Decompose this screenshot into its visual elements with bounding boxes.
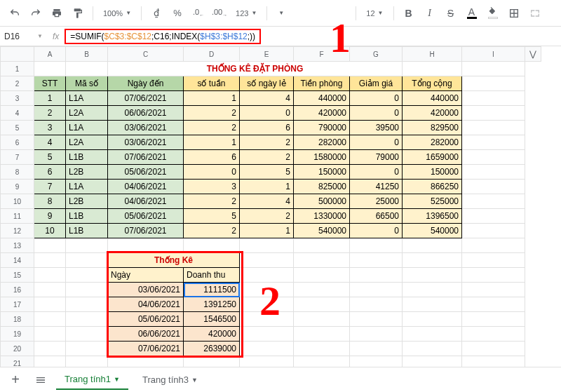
- row-header[interactable]: 3: [1, 91, 34, 106]
- italic-button[interactable]: I: [421, 4, 439, 22]
- cell[interactable]: 07/06/2021: [108, 91, 184, 106]
- cell[interactable]: 282000: [403, 135, 462, 150]
- col-header[interactable]: H: [403, 47, 462, 62]
- cell[interactable]: 0: [184, 165, 240, 180]
- cell[interactable]: 500000: [294, 194, 350, 209]
- tk-cell[interactable]: 07/06/2021: [108, 342, 184, 356]
- cell[interactable]: 1: [184, 91, 240, 106]
- add-sheet-button[interactable]: +: [6, 370, 25, 390]
- cell[interactable]: 41250: [350, 180, 403, 194]
- cell[interactable]: 4: [240, 194, 294, 209]
- selected-cell[interactable]: 1111500: [184, 283, 240, 297]
- format-dropdown[interactable]: 123▼: [231, 4, 261, 22]
- col-header[interactable]: F: [294, 47, 350, 62]
- cell[interactable]: 6: [34, 165, 66, 180]
- cell[interactable]: 2: [240, 150, 294, 165]
- cell[interactable]: 2: [184, 121, 240, 135]
- cell[interactable]: 540000: [403, 224, 462, 238]
- cell[interactable]: 05/06/2021: [108, 209, 184, 224]
- tk-cell[interactable]: 2639000: [184, 342, 240, 356]
- percent-button[interactable]: %: [168, 4, 187, 22]
- tk-title-cell[interactable]: Thống Kê: [108, 253, 240, 268]
- cell[interactable]: 6: [184, 150, 240, 165]
- cell[interactable]: 8: [34, 194, 66, 209]
- header-cell[interactable]: Tổng cộng: [403, 76, 462, 91]
- cell[interactable]: 440000: [403, 91, 462, 106]
- cell[interactable]: 79000: [350, 150, 403, 165]
- row-header[interactable]: 11: [1, 209, 34, 224]
- cell[interactable]: 2: [184, 106, 240, 121]
- cell[interactable]: 9: [34, 209, 66, 224]
- bold-button[interactable]: B: [400, 4, 418, 22]
- cell[interactable]: 0: [350, 135, 403, 150]
- cell[interactable]: L2A: [66, 135, 108, 150]
- font-dropdown[interactable]: ▼: [273, 4, 350, 22]
- row-header[interactable]: 6: [1, 135, 34, 150]
- formula-input[interactable]: =SUMIF($C$3:$C$12;C16;INDEX($H$3:$H$12;)…: [65, 29, 261, 44]
- cell[interactable]: 25000: [350, 194, 403, 209]
- row-header[interactable]: 8: [1, 165, 34, 180]
- row-header[interactable]: 5: [1, 121, 34, 135]
- cell[interactable]: 10: [34, 224, 66, 238]
- cell[interactable]: 440000: [294, 91, 350, 106]
- cell[interactable]: 5: [240, 165, 294, 180]
- cell[interactable]: L1A: [66, 121, 108, 135]
- cell[interactable]: L1A: [66, 180, 108, 194]
- col-header[interactable]: G: [350, 47, 403, 62]
- header-cell[interactable]: Tiền phòng: [294, 76, 350, 91]
- cell[interactable]: 04/06/2021: [108, 180, 184, 194]
- cell[interactable]: L1A: [66, 91, 108, 106]
- row-header[interactable]: 15: [1, 268, 34, 283]
- cell[interactable]: 0: [350, 224, 403, 238]
- cell[interactable]: 420000: [403, 106, 462, 121]
- cell[interactable]: 05/06/2021: [108, 165, 184, 180]
- cell[interactable]: 07/06/2021: [108, 150, 184, 165]
- redo-button[interactable]: [27, 4, 45, 22]
- cell[interactable]: 0: [350, 91, 403, 106]
- cell[interactable]: 1: [184, 135, 240, 150]
- row-header[interactable]: 17: [1, 297, 34, 312]
- row-header[interactable]: 1: [1, 62, 34, 76]
- cell[interactable]: 525000: [403, 194, 462, 209]
- cell[interactable]: 1580000: [294, 150, 350, 165]
- borders-button[interactable]: [505, 4, 523, 22]
- cell[interactable]: 866250: [403, 180, 462, 194]
- row-header[interactable]: 4: [1, 106, 34, 121]
- cell[interactable]: L2A: [66, 106, 108, 121]
- cell[interactable]: 04/06/2021: [108, 194, 184, 209]
- col-header[interactable]: I: [462, 47, 525, 62]
- name-box[interactable]: D16: [0, 32, 33, 41]
- col-header[interactable]: E: [240, 47, 294, 62]
- col-header[interactable]: C: [108, 47, 184, 62]
- cell[interactable]: 07/06/2021: [108, 224, 184, 238]
- cell[interactable]: 3: [34, 121, 66, 135]
- cell[interactable]: 1659000: [403, 150, 462, 165]
- spreadsheet-grid[interactable]: A B C D E F G H I ⋁ 1THỐNG KÊ ĐẶT PHÒNG …: [0, 46, 561, 369]
- cell[interactable]: 4: [240, 91, 294, 106]
- undo-button[interactable]: [6, 4, 24, 22]
- cell[interactable]: 0: [240, 106, 294, 121]
- cell[interactable]: 1330000: [294, 209, 350, 224]
- all-sheets-button[interactable]: [31, 370, 50, 390]
- cell[interactable]: 03/06/2021: [108, 121, 184, 135]
- cell[interactable]: 3: [184, 180, 240, 194]
- cell[interactable]: 0: [350, 165, 403, 180]
- header-cell[interactable]: Ngày đến: [108, 76, 184, 91]
- cell[interactable]: 5: [34, 150, 66, 165]
- increase-decimal-button[interactable]: .00→: [210, 4, 229, 22]
- cell[interactable]: 66500: [350, 209, 403, 224]
- cell[interactable]: 39500: [350, 121, 403, 135]
- cell[interactable]: 1: [240, 180, 294, 194]
- cell[interactable]: 1: [34, 91, 66, 106]
- tk-cell[interactable]: 04/06/2021: [108, 297, 184, 312]
- row-header[interactable]: 9: [1, 180, 34, 194]
- cell[interactable]: 790000: [294, 121, 350, 135]
- row-header[interactable]: 13: [1, 238, 34, 253]
- cell[interactable]: 829500: [403, 121, 462, 135]
- title-cell[interactable]: THỐNG KÊ ĐẶT PHÒNG: [108, 62, 403, 76]
- row-header[interactable]: 12: [1, 224, 34, 238]
- cell[interactable]: 2: [240, 135, 294, 150]
- currency-button[interactable]: ₫: [147, 4, 165, 22]
- col-header[interactable]: D: [184, 47, 240, 62]
- decrease-decimal-button[interactable]: .0←: [189, 4, 208, 22]
